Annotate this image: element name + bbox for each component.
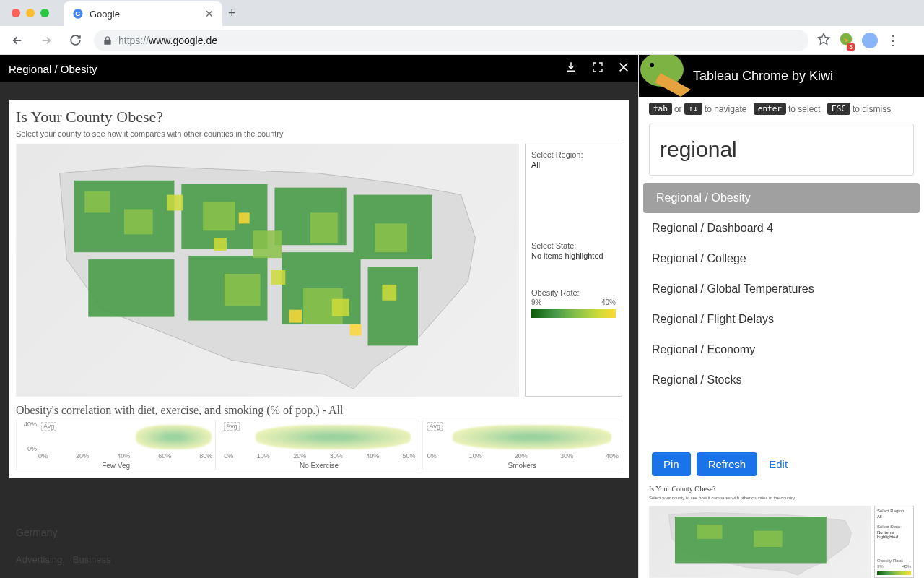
- back-button[interactable]: [7, 30, 27, 51]
- nav-hints: tab or ↑↓ to navigate enter to select ES…: [639, 97, 924, 121]
- maximize-window-button[interactable]: [40, 9, 49, 17]
- svg-rect-26: [239, 212, 250, 223]
- pin-button[interactable]: Pin: [652, 452, 691, 476]
- svg-rect-12: [124, 209, 153, 234]
- download-icon[interactable]: [565, 61, 578, 77]
- avg-label: Avg: [427, 422, 443, 431]
- avg-label: Avg: [41, 422, 56, 431]
- svg-rect-14: [253, 230, 282, 258]
- avg-label: Avg: [224, 422, 239, 431]
- state-label: Select State:: [531, 241, 616, 250]
- viz-header-title: Regional / Obesity: [9, 63, 97, 75]
- result-item[interactable]: Regional / Stocks: [639, 365, 924, 395]
- legend-label: Obesity Rate:: [531, 288, 616, 297]
- forward-button[interactable]: [36, 30, 56, 51]
- result-item[interactable]: Regional / Economy: [639, 335, 924, 365]
- map-controls: Select Region: All Select State: No item…: [525, 144, 622, 397]
- close-tab-icon[interactable]: ✕: [205, 8, 214, 20]
- svg-rect-16: [225, 274, 261, 306]
- svg-rect-18: [375, 223, 407, 252]
- result-item[interactable]: Regional / Dashboard 4: [639, 213, 924, 243]
- region-value[interactable]: All: [531, 160, 616, 169]
- svg-rect-10: [368, 267, 419, 345]
- scatter-title: Obesity's correlation with diet, exercis…: [16, 404, 622, 417]
- tab-title: Google: [90, 9, 199, 20]
- scatter-no-exercise[interactable]: Avg 0%10%20%30%40%50% No Exercise: [219, 420, 419, 470]
- search-results: Regional / Obesity Regional / Dashboard …: [639, 183, 924, 444]
- profile-avatar[interactable]: [862, 33, 878, 48]
- close-window-button[interactable]: [12, 9, 20, 17]
- extension-actions: Pin Refresh Edit: [639, 444, 924, 485]
- viz-subtitle: Select your county to see how it compare…: [16, 129, 622, 138]
- close-icon[interactable]: [618, 61, 629, 76]
- scatter-few-veg[interactable]: 40%0% Avg 0%20%40%60%80% Few Veg: [16, 420, 216, 470]
- search-input[interactable]: regional: [649, 124, 914, 176]
- url-input[interactable]: https://www.google.de: [94, 30, 808, 51]
- extension-badge: 3: [847, 43, 855, 51]
- svg-rect-30: [697, 525, 723, 539]
- footer-advertising[interactable]: Advertising: [16, 554, 62, 565]
- kiwi-logo-icon: [639, 55, 691, 97]
- svg-rect-23: [214, 238, 227, 251]
- choropleth-map[interactable]: [16, 144, 519, 397]
- footer-business[interactable]: Business: [73, 554, 111, 565]
- svg-rect-13: [203, 202, 235, 231]
- menu-icon[interactable]: ⋮: [886, 33, 899, 48]
- svg-rect-22: [382, 285, 396, 301]
- result-item[interactable]: Regional / Obesity: [643, 183, 920, 213]
- minimize-window-button[interactable]: [26, 9, 35, 17]
- address-bar: https://www.google.de 3 ⋮: [0, 26, 924, 55]
- url-text: https://www.google.de: [118, 35, 217, 46]
- viz-title: Is Your County Obese?: [16, 108, 622, 126]
- fullscreen-icon[interactable]: [592, 61, 603, 76]
- svg-rect-6: [88, 259, 174, 317]
- svg-text:G: G: [75, 10, 80, 17]
- google-footer: Germany Advertising Business: [0, 514, 638, 578]
- key-enter: enter: [754, 103, 786, 115]
- extension-icon[interactable]: 3: [839, 32, 853, 49]
- svg-rect-29: [675, 517, 827, 563]
- legend-max: 40%: [601, 298, 616, 306]
- preview-map: [649, 506, 871, 578]
- key-arrows: ↑↓: [684, 103, 702, 115]
- lock-icon: [103, 35, 113, 46]
- svg-rect-15: [310, 212, 338, 243]
- svg-rect-25: [350, 324, 362, 336]
- extension-title: Tableau Chrome by Kiwi: [691, 69, 833, 84]
- key-esc: ESC: [827, 103, 850, 115]
- tableau-viz: Is Your County Obese? Select your county…: [9, 100, 629, 478]
- browser-chrome: G Google ✕ + https://www.google.de 3 ⋮: [0, 0, 924, 55]
- scatter-plots: 40%0% Avg 0%20%40%60%80% Few Veg Avg 0%1…: [16, 420, 622, 470]
- key-tab: tab: [649, 103, 672, 115]
- result-item[interactable]: Regional / Flight Delays: [639, 304, 924, 335]
- new-tab-button[interactable]: +: [228, 6, 236, 21]
- tab-bar: G Google ✕ +: [0, 0, 924, 26]
- viz-header: Regional / Obesity: [0, 55, 638, 82]
- footer-country: Germany: [16, 527, 622, 538]
- refresh-button[interactable]: Refresh: [697, 452, 758, 476]
- extension-header: Tableau Chrome by Kiwi: [639, 55, 924, 97]
- window-controls: [6, 9, 55, 17]
- svg-rect-24: [289, 310, 302, 323]
- svg-rect-19: [167, 195, 183, 211]
- svg-rect-11: [84, 191, 110, 213]
- svg-point-28: [650, 63, 654, 67]
- svg-rect-21: [332, 299, 349, 316]
- result-item[interactable]: Regional / College: [639, 243, 924, 274]
- extension-panel: Tableau Chrome by Kiwi tab or ↑↓ to navi…: [638, 55, 924, 578]
- scatter-smokers[interactable]: Avg 0%10%20%30%40% Smokers: [422, 420, 622, 470]
- svg-rect-31: [754, 531, 782, 547]
- legend-gradient: [531, 309, 616, 318]
- state-value[interactable]: No items highlighted: [531, 251, 616, 260]
- browser-tab[interactable]: G Google ✕: [64, 1, 222, 26]
- main-content: Regional / Obesity Is Your County Obese?…: [0, 55, 638, 578]
- google-favicon-icon: G: [72, 8, 84, 20]
- reload-button[interactable]: [65, 30, 85, 51]
- legend-min: 9%: [531, 298, 541, 306]
- bookmark-icon[interactable]: [817, 33, 830, 48]
- viz-preview: Is Your County Obese? Select your county…: [649, 485, 914, 578]
- svg-rect-20: [271, 270, 285, 285]
- region-label: Select Region:: [531, 150, 616, 159]
- result-item[interactable]: Regional / Global Temperatures: [639, 274, 924, 304]
- edit-link[interactable]: Edit: [769, 458, 788, 470]
